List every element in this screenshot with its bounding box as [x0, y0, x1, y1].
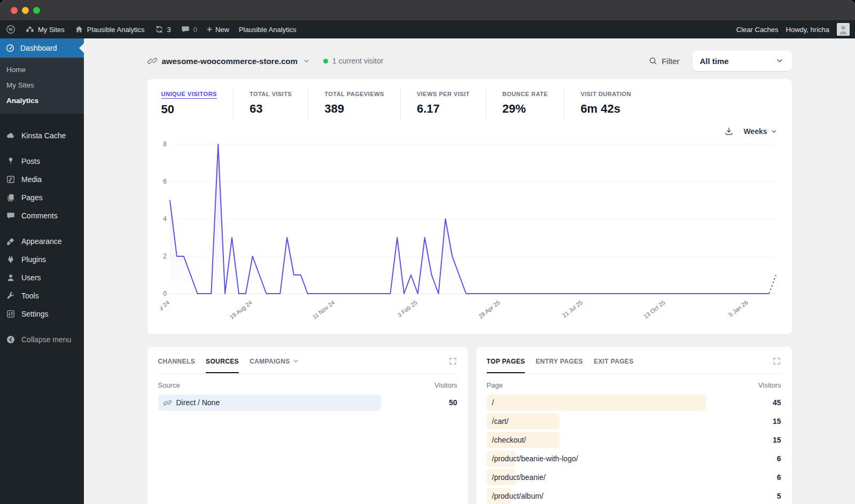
svg-text:2: 2 — [163, 253, 167, 260]
pages-tabs-row: TOP PAGESENTRY PAGESEXIT PAGES — [487, 357, 781, 374]
chevron-down-icon — [292, 358, 299, 365]
sidebar-item-comments[interactable]: Comments — [0, 207, 84, 225]
interval-label: Weeks — [743, 127, 767, 136]
site-menu[interactable]: Plausible Analytics — [69, 20, 150, 38]
svg-text:4: 4 — [163, 215, 167, 223]
stat-unique-visitors[interactable]: UNIQUE VISITORS50 — [160, 89, 234, 120]
my-sites-menu[interactable]: My Sites — [20, 20, 69, 38]
stat-value: 63 — [250, 102, 292, 116]
comments-icon — [6, 211, 15, 220]
collapse-menu-label: Collapse menu — [21, 335, 71, 344]
comments-bubble-icon — [181, 25, 190, 34]
sidebar-item-label: Appearance — [21, 237, 62, 246]
media-icon — [6, 175, 15, 184]
sidebar-item-kinsta-cache[interactable]: Kinsta Cache — [0, 127, 84, 145]
page-row[interactable]: /product/album/5 — [487, 488, 781, 504]
source-row[interactable]: Direct / None50 — [158, 395, 457, 411]
svg-text:13 Oct 25: 13 Oct 25 — [642, 299, 666, 320]
svg-text:28 Apr 25: 28 Apr 25 — [477, 299, 501, 319]
expand-icon[interactable] — [448, 357, 457, 366]
updates-menu[interactable]: 3 — [150, 20, 176, 38]
sidebar-item-pages[interactable]: Pages — [0, 188, 84, 207]
plausible-analytics-link[interactable]: Plausible Analytics — [234, 20, 301, 38]
site-switcher[interactable]: awesome-woocommerce-store.com — [147, 56, 310, 66]
new-content-menu[interactable]: + New — [202, 20, 234, 38]
app-window: W My Sites Plausible Analytics 3 0 + New — [0, 0, 855, 504]
svg-text:11 Nov 24: 11 Nov 24 — [311, 299, 336, 320]
row-label: /product/beanie/ — [487, 473, 546, 482]
filter-button[interactable]: Filter — [648, 56, 679, 66]
page-row[interactable]: /product/beanie/6 — [487, 469, 781, 485]
tab-label: TOP PAGES — [487, 358, 525, 365]
interval-select[interactable]: Weeks — [743, 127, 778, 136]
sidebar-item-posts[interactable]: Posts — [0, 152, 84, 170]
stat-label: TOTAL VISITS — [250, 91, 292, 98]
expand-icon[interactable] — [772, 357, 781, 366]
macos-titlebar — [0, 0, 855, 20]
page-row[interactable]: /cart/15 — [487, 413, 781, 429]
row-visitors: 45 — [773, 398, 781, 407]
wordpress-logo-icon: W — [6, 25, 15, 34]
tab-exit-pages[interactable]: EXIT PAGES — [594, 358, 634, 365]
stat-value: 6m 42s — [580, 102, 631, 116]
visitors-column-header: Visitors — [758, 381, 781, 389]
page-row[interactable]: /checkout/15 — [487, 432, 781, 448]
minimize-button[interactable] — [22, 7, 29, 14]
sidebar-item-media[interactable]: Media — [0, 170, 84, 188]
stat-value: 6.17 — [417, 102, 470, 116]
page-row[interactable]: /45 — [487, 395, 781, 411]
wp-logo-menu[interactable]: W — [1, 20, 20, 38]
tab-channels[interactable]: CHANNELS — [158, 358, 196, 365]
tab-top-pages[interactable]: TOP PAGES — [487, 358, 525, 365]
download-icon[interactable] — [724, 127, 734, 136]
tab-entry-pages[interactable]: ENTRY PAGES — [535, 358, 582, 365]
stat-views-per-visit[interactable]: VIEWS PER VISIT6.17 — [401, 89, 486, 120]
sources-columns: Source Visitors — [158, 381, 457, 389]
account-menu[interactable]: Howdy, hricha — [786, 26, 829, 34]
sidebar-item-label: Kinsta Cache — [21, 131, 66, 140]
kinsta-cache-icon — [6, 131, 15, 140]
clear-caches-button[interactable]: Clear Caches — [736, 26, 779, 34]
sidebar-item-users[interactable]: Users — [0, 269, 84, 287]
sidebar-subitem-home[interactable]: Home — [0, 62, 84, 77]
pages-icon — [6, 193, 15, 202]
sidebar-item-appearance[interactable]: Appearance — [0, 232, 84, 250]
svg-text:5 Jan 26: 5 Jan 26 — [727, 299, 749, 318]
page-row[interactable]: /product/beanie-with-logo/6 — [487, 451, 781, 467]
stat-bounce-rate[interactable]: BOUNCE RATE29% — [486, 89, 564, 120]
row-label: /cart/ — [487, 417, 509, 426]
tab-campaigns[interactable]: CAMPAIGNS — [250, 358, 299, 365]
row-visitors: 15 — [773, 436, 781, 444]
sidebar-item-settings[interactable]: Settings — [0, 305, 84, 323]
stat-total-visits[interactable]: TOTAL VISITS63 — [234, 89, 308, 120]
chart-controls: Weeks — [161, 125, 778, 138]
stat-value: 29% — [502, 102, 548, 116]
wp-admin-bar: W My Sites Plausible Analytics 3 0 + New — [0, 20, 855, 38]
dashboard-submenu: HomeMy SitesAnalytics — [0, 58, 84, 114]
visitors-line-chart: 0246831 May 2419 Aug 2411 Nov 243 Feb 25… — [160, 139, 779, 330]
live-visitors[interactable]: 1 current visitor — [323, 57, 384, 65]
sidebar-subitem-analytics[interactable]: Analytics — [0, 93, 84, 108]
chevron-down-icon — [770, 128, 778, 136]
sidebar-item-plugins[interactable]: Plugins — [0, 250, 84, 269]
sidebar-item-collapse-menu[interactable]: Collapse menu — [0, 330, 84, 349]
avatar[interactable] — [837, 23, 850, 36]
sidebar-item-dashboard[interactable]: Dashboard — [0, 38, 84, 58]
svg-text:19 Aug 24: 19 Aug 24 — [228, 299, 253, 320]
sidebar-subitem-my-sites[interactable]: My Sites — [0, 77, 84, 93]
sidebar-item-tools[interactable]: Tools — [0, 287, 84, 305]
site-name-label: Plausible Analytics — [87, 26, 145, 34]
comments-menu[interactable]: 0 — [176, 20, 202, 38]
svg-text:8: 8 — [163, 140, 167, 148]
tab-label: ENTRY PAGES — [535, 358, 582, 365]
network-sites-icon — [25, 25, 35, 34]
period-value: All time — [700, 57, 729, 66]
close-button[interactable] — [11, 7, 18, 14]
fullscreen-button[interactable] — [33, 7, 40, 14]
pages-tabs: TOP PAGESENTRY PAGESEXIT PAGES — [487, 358, 772, 365]
tab-sources[interactable]: SOURCES — [206, 358, 239, 365]
stat-visit-duration[interactable]: VISIT DURATION6m 42s — [564, 89, 647, 120]
admin-bar-right: Clear Caches Howdy, hricha — [736, 20, 855, 38]
stat-total-pageviews[interactable]: TOTAL PAGEVIEWS389 — [308, 89, 401, 120]
period-select[interactable]: All time — [693, 51, 792, 71]
